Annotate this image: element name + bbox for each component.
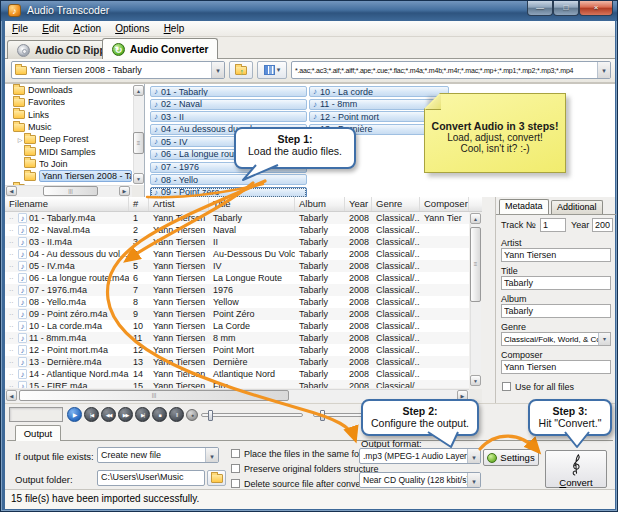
tab-audio-converter[interactable]: ↻ Audio Converter <box>102 38 218 59</box>
player-button[interactable]: ◀◀ <box>101 407 116 422</box>
scrollbar-thumb[interactable]: ||| <box>43 186 98 196</box>
table-row[interactable]: ··♪13 - Dernière.m4a 13 Yann Tiersen Der… <box>5 356 469 368</box>
preserve-structure-checkbox[interactable] <box>231 464 240 473</box>
table-row[interactable]: ··♪07 - 1976.m4a 7 Yann Tiersen 1976 Tab… <box>5 284 469 296</box>
title-input[interactable] <box>501 276 611 290</box>
scroll-right-button[interactable]: ▶ <box>119 186 130 196</box>
file-item[interactable]: ♪ 08 - Yello <box>150 174 307 185</box>
table-row[interactable]: ··♪06 - La longue route.m4a 6 Yann Tiers… <box>5 272 469 284</box>
menu-item[interactable]: File <box>5 22 35 35</box>
output-format-select[interactable]: .mp3 (MPEG-1 Audio Layer 3) ▾ <box>359 448 481 464</box>
expander-icon[interactable]: ▷ <box>16 136 24 143</box>
chevron-down-icon[interactable]: ▾ <box>598 333 610 345</box>
tree-item[interactable]: Music <box>5 121 132 133</box>
table-row[interactable]: ··♪11 - 8mm.m4a 11 Yann Tiersen 8 mm Tab… <box>5 332 469 344</box>
scroll-down-button[interactable]: ▼ <box>470 375 481 386</box>
year-input[interactable] <box>592 218 613 232</box>
slider-thumb[interactable] <box>320 410 325 421</box>
album-input[interactable] <box>501 304 611 318</box>
browse-folder-button[interactable] <box>207 470 226 486</box>
delete-source-checkbox[interactable] <box>231 479 240 488</box>
tab-metadata[interactable]: Metadata <box>499 199 549 214</box>
player-button[interactable]: |◀ <box>84 407 99 422</box>
column-header[interactable]: Year <box>345 197 372 211</box>
player-button[interactable]: ■ <box>152 407 167 422</box>
player-button[interactable]: ▶| <box>135 407 150 422</box>
table-row[interactable]: ··♪08 - Yello.m4a 8 Yann Tiersen Yellow … <box>5 296 469 308</box>
column-header[interactable]: Composer <box>420 197 469 211</box>
seek-slider[interactable] <box>201 413 303 417</box>
player-button[interactable]: ▶ <box>67 407 82 422</box>
column-header[interactable]: Artist <box>149 197 209 211</box>
file-item[interactable]: ♪ 03 - II <box>150 111 307 122</box>
tree-item[interactable]: Favorites <box>5 96 132 108</box>
view-mode-button[interactable]: ▾ <box>257 61 287 79</box>
tree-item[interactable]: Links <box>5 109 132 121</box>
column-header[interactable]: # <box>129 197 149 211</box>
table-row[interactable]: ··♪02 - Naval.m4a 2 Yann Tiersen Naval T… <box>5 224 469 236</box>
folder-up-button[interactable]: ↑ <box>229 61 253 79</box>
tree-item[interactable]: Yann Tiersen 2008 - Tabarly <box>5 170 132 182</box>
chevron-down-icon[interactable]: ▾ <box>467 473 480 487</box>
table-row[interactable]: ··♪04 - Au dessous du vol... 4 Yann Tier… <box>5 248 469 260</box>
composer-input[interactable] <box>501 360 611 374</box>
genre-select[interactable]: Classical/Folk, World, & Countr ▾ <box>501 332 611 346</box>
table-row[interactable]: ··♪01 - Tabarly.m4a 1 Yann Tiersen Tabar… <box>5 212 469 224</box>
chevron-down-icon[interactable]: ▾ <box>597 62 610 78</box>
tree-item[interactable]: MIDI Samples <box>5 145 132 157</box>
tree-item[interactable]: To Join <box>5 158 132 170</box>
cell-year: 2008 <box>345 249 372 259</box>
scroll-left-button[interactable]: ◀ <box>6 390 17 401</box>
track-input[interactable] <box>540 218 566 232</box>
chevron-down-icon[interactable]: ▾ <box>467 449 480 463</box>
table-row[interactable]: ··♪05 - IV.m4a 5 Yann Tiersen IV Tabarly… <box>5 260 469 272</box>
table-row[interactable]: ··♪15 - FIRE.m4a 15 Yann Tiersen Fire Ta… <box>5 380 469 388</box>
tab-additional[interactable]: Additional <box>551 200 603 214</box>
menu-item[interactable]: Action <box>66 22 108 35</box>
scroll-up-button[interactable]: ▲ <box>470 213 481 224</box>
same-folder-checkbox[interactable] <box>231 449 240 458</box>
minimize-button[interactable]: — <box>527 1 553 16</box>
slider-thumb[interactable] <box>208 410 213 421</box>
scroll-up-button[interactable]: ▲ <box>133 85 144 96</box>
folder-path-combo[interactable]: Yann Tiersen 2008 - Tabarly ▾ <box>11 61 225 79</box>
tree-item[interactable]: ▷ Deep Forest <box>5 133 132 145</box>
chevron-down-icon[interactable]: ▾ <box>205 448 218 462</box>
close-button[interactable]: × <box>579 1 613 16</box>
menu-item[interactable]: Edit <box>35 22 66 35</box>
maximize-button[interactable]: □ <box>553 1 579 16</box>
column-header[interactable]: Album <box>295 197 345 211</box>
table-row[interactable]: ··♪10 - La corde.m4a 10 Yann Tiersen La … <box>5 320 469 332</box>
scrollbar-thumb[interactable]: ≡ <box>133 132 144 154</box>
output-exists-select[interactable]: Create new file ▾ <box>97 447 219 463</box>
quality-select[interactable]: Near CD Quality (128 kbit/s) ▾ <box>359 472 481 488</box>
use-for-all-files-checkbox[interactable] <box>502 382 511 391</box>
menu-item[interactable]: Options <box>108 22 156 35</box>
player-button[interactable]: ● <box>186 409 198 421</box>
file-filter-combo[interactable]: *.aac;*.ac3;*.aif;*.aiff;*.ape;*.cue;*.f… <box>291 61 611 79</box>
scrollbar-thumb[interactable]: ≡ <box>470 227 481 302</box>
column-header[interactable]: Filename <box>5 197 129 211</box>
tree-item[interactable]: Downloads <box>5 84 132 96</box>
file-item[interactable]: ♪ 02 - Naval <box>150 99 307 110</box>
table-row[interactable]: ··♪09 - Point zéro.m4a 9 Yann Tiersen Po… <box>5 308 469 320</box>
player-button[interactable]: ▶▶ <box>118 407 133 422</box>
scroll-down-button[interactable]: ▼ <box>133 173 144 184</box>
column-header[interactable]: Title <box>209 197 295 211</box>
chevron-down-icon[interactable]: ▾ <box>211 62 224 78</box>
table-row[interactable]: ··♪12 - Point mort.m4a 12 Yann Tiersen P… <box>5 344 469 356</box>
artist-input[interactable] <box>501 248 611 262</box>
output-folder-field[interactable]: C:\Users\User\Music <box>97 470 205 486</box>
table-row[interactable]: ··♪03 - II.m4a 3 Yann Tiersen II Tabarly… <box>5 236 469 248</box>
tab-output[interactable]: Output <box>15 425 61 441</box>
scrollbar-thumb[interactable]: ||| <box>19 390 289 401</box>
file-item[interactable]: ♪ 01 - Tabarly <box>150 86 307 97</box>
scroll-left-button[interactable]: ◀ <box>6 186 17 196</box>
settings-button[interactable]: Settings <box>483 449 539 466</box>
file-item[interactable]: ♪ 10 - La corde <box>309 86 449 97</box>
convert-button[interactable]: Convert <box>545 450 607 488</box>
menu-item[interactable]: Help <box>157 22 192 35</box>
player-button[interactable]: ‖ <box>169 407 184 422</box>
column-header[interactable]: Genre <box>372 197 420 211</box>
table-row[interactable]: ··♪14 - Atlantique Nord.m4a 14 Yann Tier… <box>5 368 469 380</box>
